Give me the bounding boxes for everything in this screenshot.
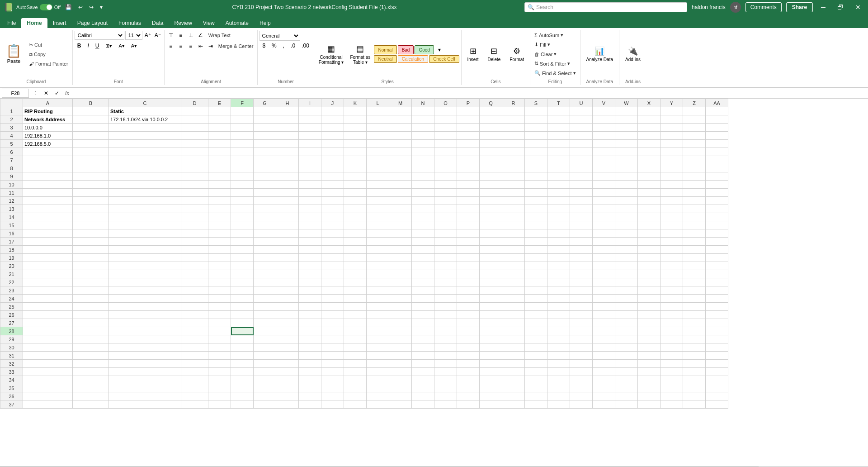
cell[interactable] [321, 400, 344, 409]
cell[interactable] [525, 238, 547, 246]
cell[interactable] [181, 278, 208, 286]
cell[interactable] [570, 311, 593, 319]
cell[interactable] [208, 115, 231, 124]
tab-page-layout[interactable]: Page Layout [72, 18, 113, 28]
cell[interactable] [412, 124, 434, 132]
cell[interactable] [344, 262, 367, 270]
cell[interactable] [457, 164, 480, 172]
cell[interactable] [412, 221, 434, 229]
cell[interactable] [254, 343, 276, 352]
cell[interactable] [412, 368, 434, 376]
cell[interactable] [299, 286, 321, 295]
cell[interactable] [344, 164, 367, 172]
cell[interactable] [502, 124, 525, 132]
cell[interactable] [660, 295, 683, 303]
cell[interactable] [638, 205, 660, 213]
cell[interactable] [457, 360, 480, 368]
tab-review[interactable]: Review [169, 18, 197, 28]
cell[interactable] [181, 164, 208, 172]
cell[interactable] [23, 352, 73, 360]
cell[interactable] [593, 197, 615, 205]
cell[interactable] [593, 213, 615, 221]
cell[interactable] [276, 384, 299, 392]
cell[interactable] [231, 392, 254, 400]
cell[interactable] [73, 148, 109, 156]
style-calculation-button[interactable]: Calculation [398, 55, 428, 63]
cell[interactable] [109, 311, 181, 319]
cell[interactable] [457, 400, 480, 409]
cell[interactable] [434, 213, 457, 221]
cell[interactable] [434, 311, 457, 319]
cell[interactable] [615, 124, 638, 132]
cell[interactable] [638, 295, 660, 303]
cell[interactable] [321, 148, 344, 156]
cell[interactable] [434, 270, 457, 278]
cell[interactable] [412, 392, 434, 400]
cell[interactable] [299, 205, 321, 213]
cell[interactable] [181, 286, 208, 295]
cell[interactable] [660, 319, 683, 327]
cell[interactable] [570, 286, 593, 295]
cell[interactable] [683, 213, 706, 221]
cell[interactable] [525, 360, 547, 368]
cell[interactable] [231, 270, 254, 278]
cell[interactable] [23, 164, 73, 172]
cell[interactable] [615, 335, 638, 343]
cell[interactable] [109, 335, 181, 343]
cell[interactable] [321, 189, 344, 197]
cell[interactable] [593, 238, 615, 246]
cell[interactable] [434, 205, 457, 213]
cell[interactable] [389, 335, 412, 343]
cell[interactable] [570, 140, 593, 148]
cell[interactable] [412, 189, 434, 197]
cell[interactable] [502, 132, 525, 140]
cell[interactable] [434, 392, 457, 400]
cell[interactable] [706, 148, 728, 156]
cell[interactable] [683, 352, 706, 360]
cell[interactable] [344, 311, 367, 319]
cell[interactable] [660, 360, 683, 368]
cell[interactable] [23, 205, 73, 213]
cell[interactable] [660, 392, 683, 400]
cell[interactable] [321, 172, 344, 181]
cell[interactable] [615, 295, 638, 303]
cell[interactable] [638, 262, 660, 270]
cell[interactable] [299, 172, 321, 181]
cell[interactable] [434, 172, 457, 181]
cell[interactable] [457, 278, 480, 286]
cell[interactable] [109, 164, 181, 172]
cell[interactable] [109, 360, 181, 368]
cell[interactable] [231, 221, 254, 229]
cell[interactable] [254, 181, 276, 189]
cell[interactable] [615, 189, 638, 197]
cell[interactable] [412, 400, 434, 409]
cell[interactable] [457, 384, 480, 392]
col-header-c[interactable]: C [109, 99, 181, 107]
cell[interactable] [660, 221, 683, 229]
cell[interactable] [502, 254, 525, 262]
cell[interactable] [570, 124, 593, 132]
cell[interactable] [547, 376, 570, 384]
cell[interactable] [638, 343, 660, 352]
cell[interactable] [615, 229, 638, 238]
wrap-text-button[interactable]: Wrap Text [206, 31, 233, 40]
cell[interactable] [706, 254, 728, 262]
cell[interactable] [570, 205, 593, 213]
cell[interactable] [412, 343, 434, 352]
cell[interactable] [683, 254, 706, 262]
cell[interactable] [683, 238, 706, 246]
cell[interactable] [344, 270, 367, 278]
cell[interactable] [706, 115, 728, 124]
cell[interactable] [638, 140, 660, 148]
cell[interactable] [389, 205, 412, 213]
cell[interactable] [231, 335, 254, 343]
cell[interactable] [109, 270, 181, 278]
cell[interactable] [73, 115, 109, 124]
cell[interactable] [570, 343, 593, 352]
cell[interactable] [457, 254, 480, 262]
cell[interactable] [480, 132, 502, 140]
cell[interactable] [457, 140, 480, 148]
cell[interactable] [683, 335, 706, 343]
cell[interactable] [593, 327, 615, 335]
cell[interactable] [367, 278, 389, 286]
